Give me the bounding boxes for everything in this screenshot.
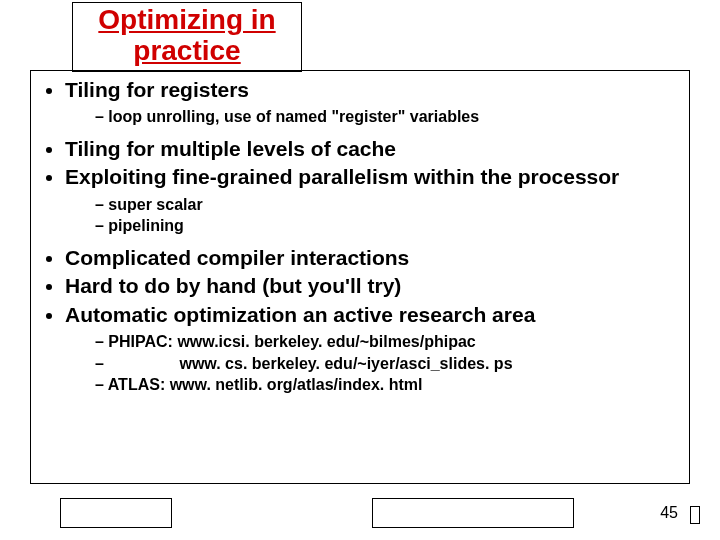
sub-bullet: ATLAS: www. netlib. org/atlas/index. htm… bbox=[95, 375, 677, 396]
footer-marker bbox=[690, 506, 700, 524]
bullet-text: Automatic optimization an active researc… bbox=[65, 303, 535, 326]
slide-body: Tiling for registers loop unrolling, use… bbox=[30, 70, 690, 484]
sub-bullet: pipelining bbox=[95, 216, 677, 237]
bullet-item: Tiling for multiple levels of cache bbox=[65, 136, 677, 162]
sub-bullet: www. cs. berkeley. edu/~iyer/asci_slides… bbox=[95, 354, 677, 375]
sub-bullet: PHIPAC: www.icsi. berkeley. edu/~bilmes/… bbox=[95, 332, 677, 353]
bullet-item: Tiling for registers loop unrolling, use… bbox=[65, 77, 677, 128]
footer-placeholder-left bbox=[60, 498, 172, 528]
sub-bullet: super scalar bbox=[95, 195, 677, 216]
slide-title: Optimizing in practice bbox=[72, 2, 302, 72]
bullet-item: Hard to do by hand (but you'll try) bbox=[65, 273, 677, 299]
sub-list: loop unrolling, use of named "register" … bbox=[65, 107, 677, 128]
bullet-item: Automatic optimization an active researc… bbox=[65, 302, 677, 397]
bullet-text: Exploiting fine-grained parallelism with… bbox=[65, 165, 619, 188]
sub-bullet: loop unrolling, use of named "register" … bbox=[95, 107, 677, 128]
bullet-text: Tiling for registers bbox=[65, 78, 249, 101]
bullet-list: Tiling for registers loop unrolling, use… bbox=[43, 77, 677, 396]
sub-list: PHIPAC: www.icsi. berkeley. edu/~bilmes/… bbox=[65, 332, 677, 396]
sub-list: super scalar pipelining bbox=[65, 195, 677, 238]
footer-placeholder-center bbox=[372, 498, 574, 528]
page-number: 45 bbox=[660, 504, 678, 522]
bullet-item: Complicated compiler interactions bbox=[65, 245, 677, 271]
bullet-item: Exploiting fine-grained parallelism with… bbox=[65, 164, 677, 237]
